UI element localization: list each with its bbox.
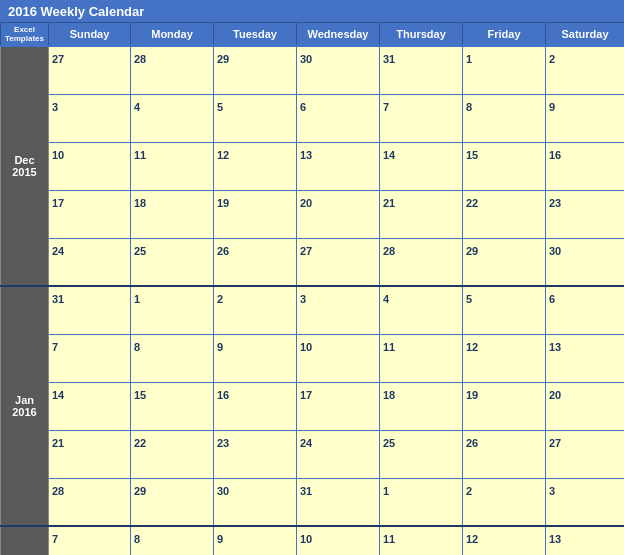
day-cell[interactable]: 6 xyxy=(546,286,625,334)
day-cell[interactable]: 28 xyxy=(131,46,214,94)
day-cell[interactable]: 30 xyxy=(297,46,380,94)
calendar-week-row: 3456789 xyxy=(1,94,625,142)
day-cell[interactable]: 10 xyxy=(297,526,380,555)
day-cell[interactable]: 12 xyxy=(214,142,297,190)
header-saturday-label: Saturday xyxy=(561,28,608,40)
title-text: 2016 Weekly Calendar xyxy=(8,4,144,19)
day-cell[interactable]: 8 xyxy=(131,526,214,555)
day-cell[interactable]: 6 xyxy=(297,94,380,142)
day-cell[interactable]: 21 xyxy=(380,190,463,238)
day-cell[interactable]: 3 xyxy=(297,286,380,334)
day-cell[interactable]: 31 xyxy=(49,286,131,334)
day-cell[interactable]: 17 xyxy=(49,190,131,238)
day-cell[interactable]: 26 xyxy=(463,430,546,478)
day-number: 24 xyxy=(300,437,312,449)
day-cell[interactable]: 7 xyxy=(380,94,463,142)
day-cell[interactable]: 24 xyxy=(49,238,131,286)
day-cell[interactable]: 29 xyxy=(131,478,214,526)
day-number: 25 xyxy=(383,437,395,449)
day-cell[interactable]: 31 xyxy=(297,478,380,526)
day-cell[interactable]: 12 xyxy=(463,526,546,555)
day-cell[interactable]: 10 xyxy=(49,142,131,190)
day-cell[interactable]: 16 xyxy=(546,142,625,190)
day-cell[interactable]: 12 xyxy=(463,334,546,382)
day-cell[interactable]: 24 xyxy=(297,430,380,478)
day-cell[interactable]: 14 xyxy=(380,142,463,190)
day-cell[interactable]: 15 xyxy=(463,142,546,190)
day-cell[interactable]: 23 xyxy=(214,430,297,478)
day-cell[interactable]: 2 xyxy=(546,46,625,94)
day-number: 29 xyxy=(134,485,146,497)
day-number: 19 xyxy=(217,197,229,209)
day-cell[interactable]: 20 xyxy=(546,382,625,430)
day-cell[interactable]: 14 xyxy=(49,382,131,430)
day-cell[interactable]: 22 xyxy=(463,190,546,238)
day-cell[interactable]: 11 xyxy=(380,526,463,555)
day-number: 2 xyxy=(217,293,223,305)
day-cell[interactable]: 27 xyxy=(297,238,380,286)
day-cell[interactable]: 7 xyxy=(49,526,131,555)
day-cell[interactable]: 27 xyxy=(546,430,625,478)
day-cell[interactable]: 9 xyxy=(546,94,625,142)
day-cell[interactable]: 8 xyxy=(131,334,214,382)
day-cell[interactable]: 11 xyxy=(380,334,463,382)
day-cell[interactable]: 30 xyxy=(546,238,625,286)
month-label-cell: Jan 2016 xyxy=(1,286,49,526)
calendar-header-row: Excel Templates Sunday Monday Tuesday We… xyxy=(1,23,625,47)
day-cell[interactable]: 18 xyxy=(380,382,463,430)
day-cell[interactable]: 29 xyxy=(463,238,546,286)
day-cell[interactable]: 30 xyxy=(214,478,297,526)
day-cell[interactable]: 13 xyxy=(546,526,625,555)
day-cell[interactable]: 9 xyxy=(214,526,297,555)
day-cell[interactable]: 4 xyxy=(131,94,214,142)
day-cell[interactable]: 29 xyxy=(214,46,297,94)
day-number: 11 xyxy=(383,533,395,545)
day-cell[interactable]: 16 xyxy=(214,382,297,430)
day-cell[interactable]: 13 xyxy=(546,334,625,382)
calendar-week-row: 28293031123 xyxy=(1,478,625,526)
calendar-week-row: 21222324252627 xyxy=(1,430,625,478)
day-cell[interactable]: 3 xyxy=(49,94,131,142)
day-cell[interactable]: 5 xyxy=(463,286,546,334)
day-cell[interactable]: 1 xyxy=(380,478,463,526)
day-cell[interactable]: 19 xyxy=(214,190,297,238)
day-cell[interactable]: 28 xyxy=(380,238,463,286)
day-number: 1 xyxy=(134,293,140,305)
day-number: 9 xyxy=(217,533,223,545)
excel-label: Excel Templates xyxy=(5,25,44,43)
month-label-cell: Dec 2015 xyxy=(1,46,49,286)
day-cell[interactable]: 1 xyxy=(131,286,214,334)
day-cell[interactable]: 27 xyxy=(49,46,131,94)
day-cell[interactable]: 28 xyxy=(49,478,131,526)
header-thursday-label: Thursday xyxy=(396,28,446,40)
day-number: 13 xyxy=(549,341,561,353)
day-cell[interactable]: 15 xyxy=(131,382,214,430)
day-cell[interactable]: 3 xyxy=(546,478,625,526)
day-cell[interactable]: 18 xyxy=(131,190,214,238)
day-number: 2 xyxy=(466,485,472,497)
day-cell[interactable]: 25 xyxy=(380,430,463,478)
day-cell[interactable]: 20 xyxy=(297,190,380,238)
day-cell[interactable]: 21 xyxy=(49,430,131,478)
calendar-week-row: 78910111213 xyxy=(1,334,625,382)
day-cell[interactable]: 5 xyxy=(214,94,297,142)
day-cell[interactable]: 31 xyxy=(380,46,463,94)
day-cell[interactable]: 19 xyxy=(463,382,546,430)
day-cell[interactable]: 22 xyxy=(131,430,214,478)
day-cell[interactable]: 2 xyxy=(463,478,546,526)
day-cell[interactable]: 13 xyxy=(297,142,380,190)
day-cell[interactable]: 7 xyxy=(49,334,131,382)
day-cell[interactable]: 25 xyxy=(131,238,214,286)
day-cell[interactable]: 8 xyxy=(463,94,546,142)
day-cell[interactable]: 4 xyxy=(380,286,463,334)
day-cell[interactable]: 26 xyxy=(214,238,297,286)
day-cell[interactable]: 2 xyxy=(214,286,297,334)
day-cell[interactable]: 9 xyxy=(214,334,297,382)
day-cell[interactable]: 23 xyxy=(546,190,625,238)
day-number: 30 xyxy=(300,53,312,65)
day-cell[interactable]: 17 xyxy=(297,382,380,430)
day-cell[interactable]: 11 xyxy=(131,142,214,190)
day-number: 27 xyxy=(300,245,312,257)
day-cell[interactable]: 10 xyxy=(297,334,380,382)
day-cell[interactable]: 1 xyxy=(463,46,546,94)
